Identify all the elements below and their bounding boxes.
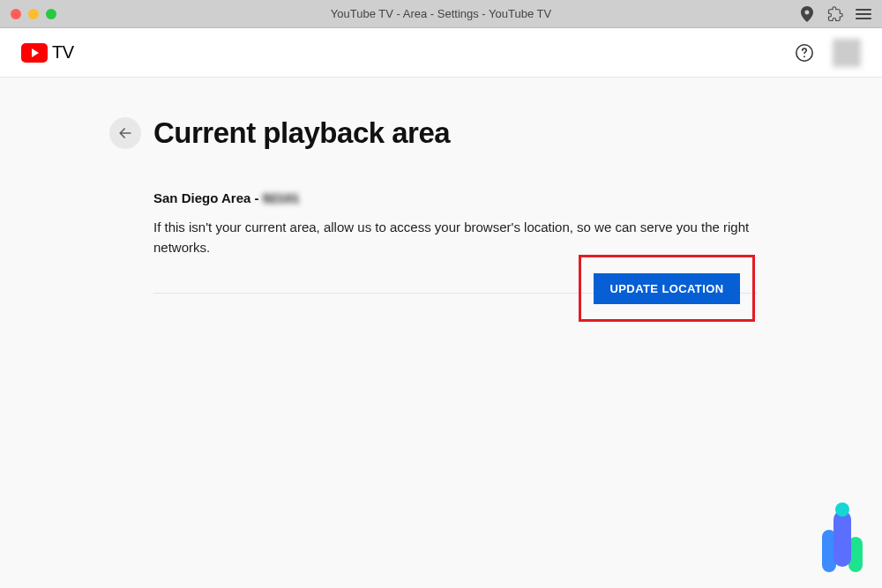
highlight-annotation: UPDATE LOCATION <box>579 255 755 322</box>
area-block: San Diego Area - 92101 If this isn't you… <box>153 190 762 257</box>
close-window-button[interactable] <box>11 9 21 19</box>
location-icon[interactable] <box>799 6 815 22</box>
youtube-tv-logo[interactable]: TV <box>21 42 74 63</box>
logo-text: TV <box>52 42 74 63</box>
youtube-play-icon <box>21 43 48 63</box>
area-description: If this isn't your current area, allow u… <box>153 218 762 257</box>
current-area-label: San Diego Area - 92101 <box>153 190 762 205</box>
heading-row: Current playback area <box>109 116 882 150</box>
help-icon[interactable] <box>794 42 815 63</box>
deco-bar-2 <box>833 510 851 567</box>
decorative-bars <box>822 516 863 572</box>
app-header: TV <box>0 28 882 78</box>
minimize-window-button[interactable] <box>28 9 39 19</box>
window-controls <box>11 9 56 19</box>
avatar[interactable] <box>833 39 861 67</box>
browser-chrome: YouTube TV - Area - Settings - YouTube T… <box>0 0 882 28</box>
window-title: YouTube TV - Area - Settings - YouTube T… <box>331 7 551 20</box>
svg-point-1 <box>804 56 805 57</box>
update-location-button[interactable]: UPDATE LOCATION <box>594 273 739 304</box>
extensions-icon[interactable] <box>827 6 843 22</box>
area-city: San Diego Area - <box>153 190 263 205</box>
maximize-window-button[interactable] <box>46 9 56 19</box>
page-title: Current playback area <box>153 116 450 150</box>
header-right <box>794 39 861 67</box>
menu-icon[interactable] <box>856 6 871 22</box>
chrome-right-controls <box>799 6 871 22</box>
area-zip: 92101 <box>263 190 300 205</box>
back-button[interactable] <box>109 117 141 149</box>
